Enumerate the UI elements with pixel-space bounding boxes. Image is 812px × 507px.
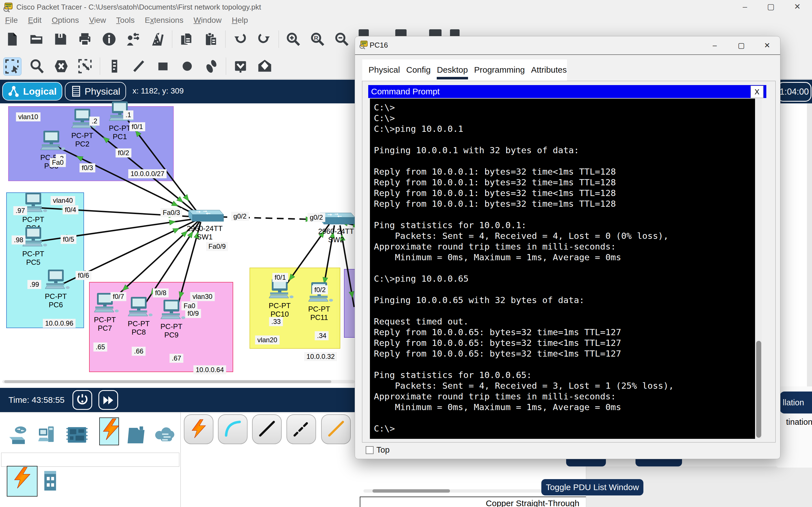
menu-help[interactable]: Help — [232, 16, 248, 25]
device-filter-box[interactable] — [1, 453, 179, 467]
terminal-scrollbar-thumb[interactable] — [756, 341, 761, 438]
canvas-label: f0/6 — [75, 271, 91, 280]
device-model-label: PC-PT — [45, 292, 67, 301]
menu-view[interactable]: View — [89, 16, 106, 25]
category-components[interactable] — [64, 424, 90, 450]
draw-ellipse-icon[interactable] — [179, 57, 196, 75]
palette-scrollbar-thumb[interactable] — [372, 489, 450, 493]
category-miscellaneous[interactable] — [124, 424, 149, 450]
window-close-button[interactable]: ✕ — [792, 2, 803, 12]
activity-wizard-icon[interactable] — [124, 31, 142, 48]
command-prompt-close-button[interactable]: X — [751, 86, 763, 98]
cable-console[interactable] — [218, 414, 248, 444]
cable-copper-straight-through[interactable] — [252, 414, 282, 444]
window-title-bar: Cisco Packet Tracer - C:\Users\satoh\Doc… — [0, 0, 812, 14]
window-maximize-button[interactable]: ▢ — [765, 2, 776, 12]
copy-icon[interactable] — [178, 31, 195, 48]
cable-fiber[interactable] — [321, 414, 351, 444]
tab-physical[interactable]: Physical — [368, 65, 400, 79]
device-name-label: PC9 — [164, 331, 179, 339]
info-icon[interactable] — [100, 31, 118, 48]
device-name-label: SW2 — [328, 235, 344, 244]
category-multiuser[interactable] — [154, 424, 179, 450]
menu-edit[interactable]: Edit — [28, 16, 42, 25]
tab-config[interactable]: Config — [406, 65, 431, 79]
select-icon[interactable] — [3, 57, 21, 75]
inspect-icon[interactable] — [28, 57, 46, 75]
subcategory-connections[interactable] — [7, 466, 38, 497]
simulation-mode-button[interactable]: llation — [780, 392, 812, 413]
menu-file[interactable]: File — [5, 16, 18, 25]
toolbar-separator — [225, 31, 225, 48]
dialog-close-button[interactable]: ✕ — [761, 40, 773, 50]
save-icon[interactable] — [52, 31, 69, 48]
menu-options[interactable]: Options — [52, 16, 79, 25]
tab-attributes[interactable]: Attributes — [531, 65, 567, 79]
top-checkbox[interactable] — [366, 446, 373, 454]
dialog-maximize-button[interactable]: ▢ — [735, 40, 748, 50]
menu-window[interactable]: Window — [193, 16, 221, 25]
power-cycle-devices-button[interactable] — [72, 390, 92, 410]
tab-programming[interactable]: Programming — [474, 65, 525, 79]
place-note-icon[interactable] — [106, 57, 123, 75]
link-status-arrow — [169, 219, 176, 225]
print-icon[interactable] — [76, 31, 94, 48]
destination-column-header: tination — [786, 417, 812, 427]
canvas-label: .67 — [169, 354, 183, 363]
new-file-icon[interactable] — [3, 31, 21, 48]
logical-tab[interactable]: Logical — [2, 82, 62, 101]
link-status-arrow — [349, 291, 355, 298]
zoom-out-icon[interactable] — [333, 31, 350, 48]
app-icon — [3, 2, 13, 12]
canvas-label: g0/2 — [231, 212, 249, 221]
magic-wand-icon[interactable] — [149, 31, 166, 48]
open-icon[interactable] — [28, 31, 45, 48]
canvas-label: vlan20 — [255, 335, 280, 344]
category-network-devices[interactable] — [5, 424, 31, 450]
zoom-in-icon[interactable] — [285, 31, 302, 48]
link-status-arrow — [75, 154, 83, 161]
realtime-clock: 1:04:00 — [777, 82, 811, 102]
undo-icon[interactable] — [231, 31, 249, 48]
device-pc8[interactable] — [122, 296, 156, 319]
tab-label: Programming — [474, 65, 525, 75]
link-status-arrow — [171, 201, 179, 209]
device-pc3[interactable] — [35, 130, 68, 153]
cable-copper-cross-over[interactable] — [287, 414, 316, 444]
category-end-devices[interactable] — [36, 424, 61, 450]
toggle-pdu-list-button[interactable]: Toggle PDU List Window — [541, 479, 644, 496]
add-simple-pdu-icon[interactable] — [232, 57, 249, 75]
window-minimize-button[interactable]: – — [739, 2, 751, 12]
menu-extensions[interactable]: Extensions — [145, 16, 183, 25]
delete-icon[interactable] — [52, 57, 70, 75]
command-prompt-header: Command Prompt X — [368, 85, 766, 98]
category-connections[interactable] — [99, 417, 119, 445]
canvas-label: f0/3 — [80, 163, 95, 172]
physical-tab[interactable]: Physical — [65, 82, 126, 101]
top-checkbox-label: Top — [376, 445, 390, 455]
canvas-horizontal-scrollbar-thumb[interactable] — [4, 380, 331, 383]
tab-label: Attributes — [531, 65, 567, 75]
device-name-label: PC2 — [75, 140, 90, 149]
subcategory-structured-cabling[interactable] — [42, 470, 58, 492]
device-sw1[interactable] — [184, 208, 226, 225]
device-name-label: PC5 — [26, 258, 41, 267]
terminal-screen[interactable]: C:\> C:\> C:\>ping 10.0.0.1 Pinging 10.0… — [370, 99, 755, 439]
dialog-tab-strip: PhysicalConfigDesktopProgrammingAttribut… — [362, 59, 567, 81]
tab-desktop[interactable]: Desktop — [437, 65, 468, 79]
device-pc6[interactable] — [39, 269, 73, 291]
draw-rectangle-icon[interactable] — [154, 57, 172, 75]
fast-forward-time-button[interactable] — [98, 390, 118, 410]
pc16-dialog: PC16 – ▢ ✕ PhysicalConfigDesktopProgramm… — [355, 36, 780, 459]
redo-icon[interactable] — [255, 31, 273, 48]
paste-icon[interactable] — [202, 31, 220, 48]
draw-line-icon[interactable] — [130, 57, 147, 75]
add-complex-pdu-icon[interactable] — [256, 57, 273, 75]
draw-freeform-icon[interactable] — [203, 57, 220, 75]
canvas-label: Fa0/9 — [206, 242, 228, 251]
zoom-reset-icon[interactable] — [309, 31, 326, 48]
cable-auto-connect[interactable] — [184, 414, 213, 444]
resize-icon[interactable] — [77, 57, 94, 75]
menu-tools[interactable]: Tools — [116, 16, 135, 25]
dialog-minimize-button[interactable]: – — [709, 40, 721, 50]
